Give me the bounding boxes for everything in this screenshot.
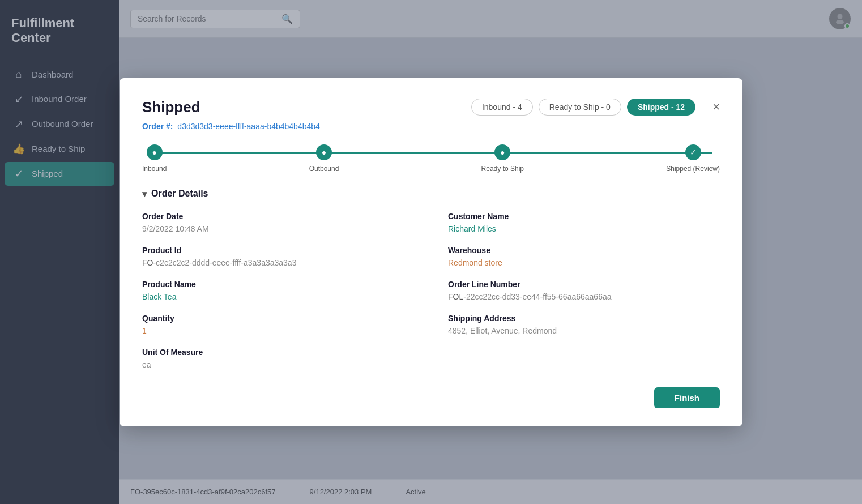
modal-overlay: Shipped Inbound - 4Ready to Ship - 0Ship… bbox=[0, 0, 862, 504]
detail-label: Order Date bbox=[142, 212, 414, 221]
prefix-text: FO- bbox=[142, 258, 156, 267]
modal-badges: Inbound - 4Ready to Ship - 0Shipped - 12 bbox=[471, 99, 695, 116]
modal: Shipped Inbound - 4Ready to Ship - 0Ship… bbox=[120, 78, 742, 426]
step-1: ● Outbound bbox=[309, 144, 339, 173]
step-label-1: Outbound bbox=[309, 165, 339, 173]
order-number-row: Order #: d3d3d3d3-eeee-ffff-aaaa-b4b4b4b… bbox=[142, 122, 720, 131]
step-circle-1: ● bbox=[316, 144, 332, 160]
detail-field-3: Quantity1 bbox=[142, 314, 414, 335]
chevron-down-icon: ▾ bbox=[142, 189, 147, 199]
step-circle-0: ● bbox=[147, 144, 163, 160]
detail-label: Product Id bbox=[142, 246, 414, 255]
detail-label: Shipping Address bbox=[448, 314, 720, 323]
step-2: ● Ready to Ship bbox=[481, 144, 524, 173]
step-circle-3: ✓ bbox=[685, 144, 701, 160]
detail-label: Order Line Number bbox=[448, 280, 720, 289]
detail-value: 9/2/2022 10:48 AM bbox=[142, 224, 414, 233]
detail-field-0: Customer NameRichard Miles bbox=[448, 212, 720, 233]
details-right: Customer NameRichard MilesWarehouseRedmo… bbox=[448, 212, 720, 382]
progress-steps: ● Inbound ● Outbound ● Ready to Ship ✓ S… bbox=[142, 144, 720, 173]
modal-title: Shipped bbox=[142, 99, 200, 116]
badge-1[interactable]: Ready to Ship - 0 bbox=[539, 99, 621, 116]
progress-bar: ● Inbound ● Outbound ● Ready to Ship ✓ S… bbox=[142, 144, 720, 173]
detail-value: ea bbox=[142, 360, 414, 369]
modal-header: Shipped Inbound - 4Ready to Ship - 0Ship… bbox=[142, 99, 720, 116]
detail-value: FOL-22cc22cc-dd33-ee44-ff55-66aa66aa66aa bbox=[448, 292, 720, 301]
modal-footer: Finish bbox=[142, 387, 720, 408]
prefix-text: FOL- bbox=[448, 292, 466, 301]
close-button[interactable]: × bbox=[712, 101, 720, 113]
detail-field-3: Shipping Address4852, Elliot, Avenue, Re… bbox=[448, 314, 720, 335]
details-grid: Order Date9/2/2022 10:48 AMProduct IdFO-… bbox=[142, 212, 720, 382]
order-details-toggle[interactable]: ▾ Order Details bbox=[142, 189, 720, 199]
detail-label: Customer Name bbox=[448, 212, 720, 221]
detail-value: Redmond store bbox=[448, 258, 720, 267]
detail-value: Black Tea bbox=[142, 292, 414, 301]
details-left: Order Date9/2/2022 10:48 AMProduct IdFO-… bbox=[142, 212, 414, 382]
order-label: Order #: bbox=[142, 122, 173, 131]
detail-field-1: Product IdFO-c2c2c2c2-dddd-eeee-ffff-a3a… bbox=[142, 246, 414, 267]
detail-label: Unit Of Measure bbox=[142, 348, 414, 357]
badge-2[interactable]: Shipped - 12 bbox=[627, 99, 695, 116]
detail-label: Quantity bbox=[142, 314, 414, 323]
finish-button[interactable]: Finish bbox=[654, 387, 720, 408]
detail-value: FO-c2c2c2c2-dddd-eeee-ffff-a3a3a3a3a3a3 bbox=[142, 258, 414, 267]
detail-label: Product Name bbox=[142, 280, 414, 289]
badge-0[interactable]: Inbound - 4 bbox=[471, 99, 533, 116]
detail-field-1: WarehouseRedmond store bbox=[448, 246, 720, 267]
step-label-2: Ready to Ship bbox=[481, 165, 524, 173]
step-3: ✓ Shipped (Review) bbox=[666, 144, 720, 173]
order-id: d3d3d3d3-eeee-ffff-aaaa-b4b4b4b4b4b4 bbox=[177, 122, 319, 131]
step-label-3: Shipped (Review) bbox=[666, 165, 720, 173]
detail-label: Warehouse bbox=[448, 246, 720, 255]
detail-field-4: Unit Of Measureea bbox=[142, 348, 414, 369]
order-details-label: Order Details bbox=[151, 189, 208, 199]
step-0: ● Inbound bbox=[142, 144, 167, 173]
detail-field-2: Order Line NumberFOL-22cc22cc-dd33-ee44-… bbox=[448, 280, 720, 301]
main-content: 🔍 FO-395ec60c-1831-4cd3-af9f-02ca202c6f5… bbox=[119, 0, 862, 504]
detail-value: 4852, Elliot, Avenue, Redmond bbox=[448, 326, 720, 335]
detail-field-0: Order Date9/2/2022 10:48 AM bbox=[142, 212, 414, 233]
detail-value: 1 bbox=[142, 326, 414, 335]
step-circle-2: ● bbox=[494, 144, 510, 160]
detail-field-2: Product NameBlack Tea bbox=[142, 280, 414, 301]
step-label-0: Inbound bbox=[142, 165, 167, 173]
detail-value: Richard Miles bbox=[448, 224, 720, 233]
